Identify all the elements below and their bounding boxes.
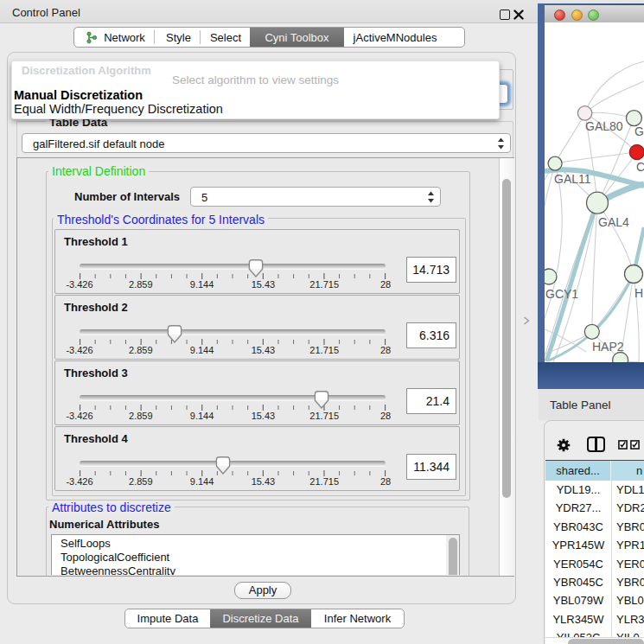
svg-text:H: H [634,286,643,300]
svg-text:HAP2: HAP2 [592,340,624,354]
svg-text:GAL80: GAL80 [585,119,623,133]
svg-text:GCY1: GCY1 [545,287,578,301]
svg-text:GAL4: GAL4 [598,215,629,229]
svg-text:GA: GA [634,124,644,138]
svg-text:GAL11: GAL11 [554,172,591,186]
svg-text:C: C [636,160,644,174]
